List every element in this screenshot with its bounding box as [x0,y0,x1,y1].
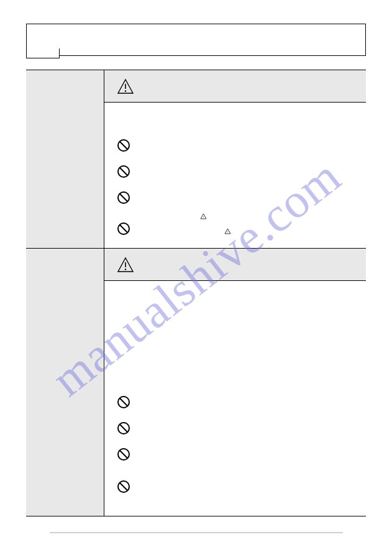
prohibition-icon [117,165,130,178]
prohibition-icon [117,191,130,204]
section-2 [26,248,366,516]
svg-marker-11 [201,214,206,219]
section-1-body [104,103,366,248]
section-1-warning-header [104,70,366,103]
svg-line-25 [120,483,127,490]
warning-icon [117,257,134,273]
prohibition-row [117,421,366,435]
prohibition-row [117,165,366,178]
section-2-content-column [104,249,366,516]
table-bottom-border [26,516,366,516]
prohibition-row [117,139,366,152]
prohibition-row [117,191,366,204]
section-2-body [104,281,366,516]
prohibition-row [117,395,366,409]
svg-line-4 [120,142,127,149]
svg-point-2 [125,90,126,91]
prohibition-icon [117,447,130,461]
section-1-label-column [26,70,104,248]
svg-line-21 [120,424,127,432]
prohibition-row [117,222,366,236]
mini-warning-icon [224,228,231,234]
page-header-tab [26,48,60,58]
svg-line-10 [120,225,127,232]
section-2-label-column [26,249,104,516]
svg-line-19 [120,398,127,406]
svg-line-23 [120,451,127,458]
page-header-frame [26,24,366,56]
prohibition-row [117,447,366,461]
warning-icon [117,78,134,94]
svg-point-12 [203,216,204,217]
content-table [26,70,366,516]
section-1-content-column [104,70,366,248]
page-footer-rule [50,532,343,533]
prohibition-icon [117,395,130,409]
section-1 [26,70,366,248]
svg-line-6 [120,168,127,175]
svg-marker-13 [225,229,230,234]
prohibition-icon [117,421,130,435]
section-2-warning-header [104,249,366,281]
mini-warning-icon [200,213,207,219]
prohibition-icon [117,480,130,493]
prohibition-icon [117,222,130,236]
prohibition-row [117,480,366,493]
svg-line-8 [120,194,127,201]
svg-point-14 [227,231,228,232]
svg-point-17 [125,268,126,270]
prohibition-icon [117,139,130,152]
